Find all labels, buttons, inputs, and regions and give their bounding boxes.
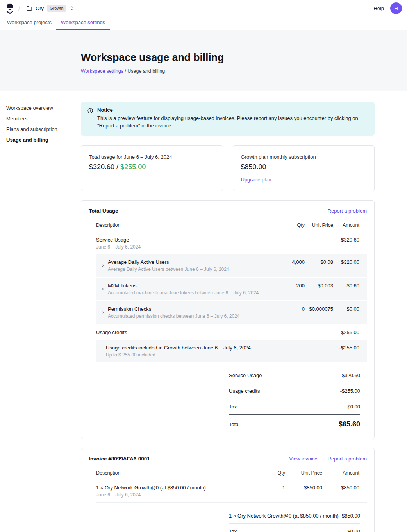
breadcrumb-slash: / — [18, 5, 20, 12]
col-amount: Amount — [333, 220, 367, 232]
row-unit-price: $0.08 — [305, 259, 333, 265]
col-unit-price: Unit Price — [305, 220, 333, 232]
row-subtext: June 6 – July 6, 2024 — [96, 492, 262, 498]
topbar: / Ory Growth Help H — [0, 0, 407, 16]
notice-banner: Notice This is a preview feature for dis… — [81, 102, 375, 136]
row-subtext: Up to $ 255.00 included — [106, 352, 277, 358]
row-unit-price: $850.00 — [285, 485, 322, 491]
row-description: M2M Tokens — [108, 283, 259, 288]
row-qty: 1 — [262, 485, 285, 491]
breadcrumb-current: Usage and billing — [127, 68, 165, 74]
chevron-right-icon — [100, 263, 105, 268]
report-problem-link[interactable]: Report a problem — [328, 456, 367, 462]
usage-table: Description Qty Unit Price Amount Servic… — [96, 220, 367, 362]
tab-workspace-settings[interactable]: Workspace settings — [56, 16, 110, 30]
breadcrumb-link-workspace-settings[interactable]: Workspace settings — [81, 68, 123, 74]
folder-icon — [26, 5, 32, 11]
usage-credit-amount: $255.00 — [120, 163, 146, 171]
col-unit-price: Unit Price — [285, 468, 322, 480]
col-description: Description — [96, 220, 277, 232]
row-qty: 200 — [277, 283, 305, 288]
help-link[interactable]: Help — [373, 5, 384, 11]
usage-total-value: $65.60 — [339, 420, 360, 428]
plan-badge: Growth — [47, 5, 66, 12]
avatar[interactable]: H — [390, 2, 402, 14]
row-qty: 0 — [277, 306, 305, 312]
row-amount: $0.60 — [333, 283, 367, 288]
table-row-permission-checks: Permission Checks Accumulated permission… — [96, 301, 367, 324]
total-usage-panel: Total Usage Report a problem Description… — [81, 200, 375, 439]
settings-sidebar: Workspace overview Members Plans and sub… — [0, 91, 81, 145]
row-description: Usage credits included in Growth between… — [106, 345, 277, 351]
total-row: Total $65.60 — [229, 415, 360, 428]
info-icon — [87, 107, 93, 130]
summary-row: 1 × Ory Network Growth@0 (at $850.00 / m… — [229, 508, 360, 524]
row-description: Permission Checks — [108, 306, 240, 312]
workspace-switcher[interactable]: Ory Growth — [25, 3, 75, 13]
ory-logo[interactable] — [6, 3, 14, 14]
row-description: Usage credits — [96, 330, 277, 335]
content: Notice This is a preview feature for dis… — [81, 91, 375, 532]
invoice-totals: 1 × Ory Network Growth@0 (at $850.00 / m… — [229, 508, 360, 532]
row-amount: $320.60 — [333, 237, 367, 243]
row-amount: $0.00 — [333, 306, 367, 312]
report-problem-link[interactable]: Report a problem — [328, 208, 367, 214]
workspace-name: Ory — [36, 5, 44, 11]
summary-row-tax: Tax $0.00 — [229, 524, 360, 532]
table-row-usage-credits-detail: Usage credits included in Growth between… — [96, 340, 367, 362]
chevron-up-down-icon — [70, 5, 74, 11]
table-header-row: Description Qty Unit Price Amount — [96, 220, 367, 232]
row-description: 1 × Ory Network Growth@0 (at $850.00 / m… — [96, 485, 262, 491]
row-description: Service Usage — [96, 237, 277, 243]
summary-row-tax: Tax $0.00 — [229, 399, 360, 415]
expand-row-button[interactable] — [100, 259, 105, 272]
table-row-m2m-tokens: M2M Tokens Accumulated machine-to-machin… — [96, 278, 367, 300]
sidebar-item-members[interactable]: Members — [6, 113, 81, 124]
row-subtext: June 6 – July 6, 2024 — [96, 244, 277, 250]
col-qty: Qty — [262, 468, 285, 480]
main: Workspace overview Members Plans and sub… — [0, 91, 407, 532]
table-row-invoice-line: 1 × Ory Network Growth@0 (at $850.00 / m… — [96, 480, 367, 503]
expand-row-button[interactable] — [100, 306, 105, 319]
row-amount: -$255.00 — [333, 330, 367, 335]
table-row-daily-active-users: Average Daily Active Users Average Daily… — [96, 254, 367, 277]
total-usage-card: Total usage for June 6 – July 6, 2024 $3… — [81, 145, 223, 191]
breadcrumb: Workspace settings / Usage and billing — [81, 68, 407, 74]
sidebar-item-plans-and-subscription[interactable]: Plans and subscription — [6, 124, 81, 134]
invoice-table: Description Qty Unit Price Amount 1 × Or… — [96, 468, 367, 503]
sidebar-item-workspace-overview[interactable]: Workspace overview — [6, 103, 81, 113]
row-subtext: Average Daily Active Users between June … — [108, 267, 229, 272]
tab-workspace-projects[interactable]: Workspace projects — [2, 16, 56, 30]
plan-subscription-card: Growth plan monthly subscription $850.00… — [233, 145, 375, 191]
breadcrumb-separator: / — [123, 68, 127, 74]
invoice-panel: Invoice #8099AFA6-0001 View invoice Repo… — [81, 448, 375, 532]
plan-amount: $850.00 — [241, 163, 367, 171]
usage-totals: Service Usage $320.60 Usage credits -$25… — [229, 368, 360, 428]
summary-row: Service Usage $320.60 — [229, 368, 360, 383]
row-unit-price: $0.000075 — [305, 306, 333, 312]
workspace-tabs: Workspace projects Workspace settings — [0, 16, 407, 30]
row-unit-price: $0.003 — [305, 283, 333, 288]
row-description: Average Daily Active Users — [108, 259, 229, 265]
summary-cards: Total usage for June 6 – July 6, 2024 $3… — [81, 145, 375, 191]
notice-title: Notice — [97, 107, 368, 113]
plan-label: Growth plan monthly subscription — [241, 154, 367, 160]
page-header: Workspace usage and billing Workspace se… — [0, 30, 407, 91]
expand-row-button[interactable] — [100, 283, 105, 296]
row-amount: $850.00 — [322, 485, 367, 491]
page-title: Workspace usage and billing — [81, 52, 407, 64]
sidebar-item-usage-and-billing[interactable]: Usage and billing — [6, 134, 81, 145]
ory-logo-icon — [6, 3, 14, 14]
row-subtext: Accumulated machine-to-machine tokens be… — [108, 290, 259, 296]
summary-row: Usage credits -$255.00 — [229, 383, 360, 399]
upgrade-plan-link[interactable]: Upgrade plan — [241, 177, 271, 183]
panel-title: Total Usage — [89, 208, 118, 214]
total-usage-label: Total usage for June 6 – July 6, 2024 — [89, 154, 215, 160]
table-header-row: Description Qty Unit Price Amount — [96, 468, 367, 480]
view-invoice-link[interactable]: View invoice — [289, 456, 318, 462]
row-amount: $320.00 — [333, 259, 367, 265]
chevron-right-icon — [100, 287, 105, 291]
table-row-usage-credits: Usage credits -$255.00 — [96, 325, 367, 340]
total-usage-amount: $320.60 / $255.00 — [89, 163, 215, 171]
notice-body: This is a preview feature for displaying… — [97, 115, 368, 130]
